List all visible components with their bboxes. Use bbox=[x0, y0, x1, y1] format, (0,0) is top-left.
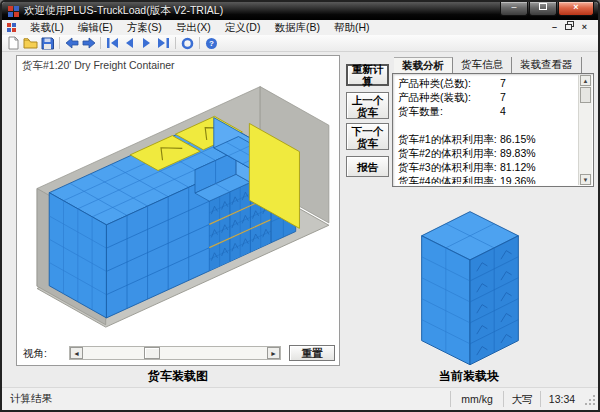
help-icon: ? bbox=[205, 37, 218, 50]
analysis-row: 货车#4的体积利用率:19.36% bbox=[398, 174, 577, 184]
mdi-minimize-button[interactable]: – bbox=[547, 21, 562, 34]
analysis-row: 货车#2的体积利用率:89.83% bbox=[398, 146, 577, 160]
minimize-button[interactable]: – bbox=[500, 2, 528, 16]
back-arrow-icon bbox=[65, 37, 79, 49]
new-file-button[interactable] bbox=[5, 36, 22, 51]
status-bar: 计算结果 mm/kg 大写 13:34 bbox=[2, 387, 598, 410]
menu-export[interactable]: 导出(X) bbox=[169, 20, 218, 35]
save-icon bbox=[41, 37, 54, 50]
truck-figure-label: 货车装载图 bbox=[16, 368, 340, 385]
resize-grip[interactable] bbox=[583, 391, 597, 407]
report-button[interactable]: 报告 bbox=[346, 156, 389, 177]
status-message: 计算结果 bbox=[10, 392, 52, 406]
analysis-row: 货车#3的体积利用率:81.12% bbox=[398, 160, 577, 174]
close-button[interactable]: × bbox=[558, 2, 594, 16]
first-truck-icon bbox=[106, 37, 119, 49]
previous-truck-icon bbox=[124, 37, 135, 49]
analysis-info-box: 产品种类(总数):7 产品种类(装载):7 货车数量:4 货车#1的体积利用率:… bbox=[392, 73, 594, 187]
mdi-child-icon bbox=[7, 23, 17, 33]
scroll-left-icon[interactable]: ◄ bbox=[70, 347, 83, 359]
analysis-row: 产品种类(装载):7 bbox=[398, 90, 577, 104]
menu-edit[interactable]: 编辑(E) bbox=[71, 20, 120, 35]
forward-button[interactable] bbox=[80, 36, 97, 51]
info-scrollbar[interactable]: ▲ ▼ bbox=[578, 75, 592, 185]
previous-truck-button[interactable] bbox=[121, 36, 138, 51]
window-title: 欢迎使用PLUS-TruckLoad(版本 V2-TRIAL) bbox=[24, 4, 223, 18]
next-truck-icon bbox=[141, 37, 152, 49]
view-angle-thumb[interactable] bbox=[144, 347, 160, 359]
previous-truck-side-button[interactable]: 上一个货车 bbox=[346, 92, 389, 119]
first-truck-button[interactable] bbox=[104, 36, 121, 51]
scroll-down-icon[interactable]: ▼ bbox=[580, 174, 591, 185]
scroll-right-icon[interactable]: ► bbox=[267, 347, 280, 359]
truck-loading-panel: 货车#1:20' Dry Freight Container 视角: ◄ ► 重… bbox=[16, 55, 340, 366]
analysis-row: 货车#1的体积利用率:86.15% bbox=[398, 132, 577, 146]
new-file-icon bbox=[7, 36, 20, 50]
reset-view-button[interactable]: 重置 bbox=[289, 345, 335, 361]
toolbar: ? bbox=[2, 35, 598, 52]
menu-database[interactable]: 数据库(B) bbox=[267, 20, 327, 35]
menu-load[interactable]: 装载(L) bbox=[23, 20, 71, 35]
menu-help[interactable]: 帮助(H) bbox=[327, 20, 377, 35]
recalculate-button[interactable]: 重新计算 bbox=[346, 64, 389, 86]
truck-caption: 货车#1:20' Dry Freight Container bbox=[22, 59, 175, 73]
menu-plan[interactable]: 方案(S) bbox=[120, 20, 169, 35]
save-button[interactable] bbox=[39, 36, 56, 51]
forward-arrow-icon bbox=[82, 37, 96, 49]
next-truck-button[interactable] bbox=[138, 36, 155, 51]
app-icon bbox=[8, 6, 19, 17]
tab-truck-info[interactable]: 货车信息 bbox=[453, 57, 512, 73]
analysis-row: 货车数量:4 bbox=[398, 104, 577, 118]
svg-text:?: ? bbox=[209, 39, 214, 48]
tab-loading-analysis[interactable]: 装载分析 bbox=[394, 57, 453, 73]
calculate-icon bbox=[181, 37, 194, 50]
maximize-button[interactable] bbox=[529, 2, 557, 16]
status-caps: 大写 bbox=[503, 391, 540, 407]
view-angle-scrollbar[interactable]: ◄ ► bbox=[69, 346, 281, 360]
menu-bar: 装载(L) 编辑(E) 方案(S) 导出(X) 定义(D) 数据库(B) 帮助(… bbox=[2, 20, 598, 36]
back-button[interactable] bbox=[63, 36, 80, 51]
tab-loading-viewer[interactable]: 装载查看器 bbox=[512, 57, 582, 73]
last-truck-icon bbox=[157, 37, 170, 49]
current-block-label: 当前装载块 bbox=[394, 368, 544, 385]
open-folder-icon bbox=[23, 37, 38, 50]
app-window: 欢迎使用PLUS-TruckLoad(版本 V2-TRIAL) – × 装载(L… bbox=[0, 0, 600, 412]
view-angle-label: 视角: bbox=[23, 347, 47, 361]
menu-define[interactable]: 定义(D) bbox=[218, 20, 268, 35]
current-block-3d-view bbox=[416, 210, 524, 368]
analysis-row: 产品种类(总数):7 bbox=[398, 76, 577, 90]
mdi-close-button[interactable]: × bbox=[577, 21, 592, 34]
view-angle-row: 视角: ◄ ► 重置 bbox=[17, 345, 339, 362]
mdi-restore-button[interactable] bbox=[562, 21, 577, 34]
open-folder-button[interactable] bbox=[22, 36, 39, 51]
client-area: 货车#1:20' Dry Freight Container 视角: ◄ ► 重… bbox=[2, 53, 598, 388]
last-truck-button[interactable] bbox=[155, 36, 172, 51]
status-units: mm/kg bbox=[450, 391, 503, 407]
maximize-icon bbox=[539, 3, 547, 10]
analysis-tabs: 装载分析 货车信息 装载查看器 bbox=[394, 57, 582, 73]
scroll-up-icon[interactable]: ▲ bbox=[580, 75, 591, 86]
title-bar: 欢迎使用PLUS-TruckLoad(版本 V2-TRIAL) – × bbox=[2, 2, 598, 20]
calculate-button[interactable] bbox=[179, 36, 196, 51]
restore-icon bbox=[565, 21, 574, 30]
info-scroll-thumb[interactable] bbox=[580, 87, 591, 103]
analysis-rows: 产品种类(总数):7 产品种类(装载):7 货车数量:4 货车#1的体积利用率:… bbox=[393, 76, 577, 184]
analysis-row bbox=[398, 118, 577, 132]
status-time: 13:34 bbox=[540, 391, 583, 407]
next-truck-side-button[interactable]: 下一个货车 bbox=[346, 123, 389, 150]
truck-3d-view[interactable] bbox=[17, 72, 339, 342]
help-button[interactable]: ? bbox=[203, 36, 220, 51]
